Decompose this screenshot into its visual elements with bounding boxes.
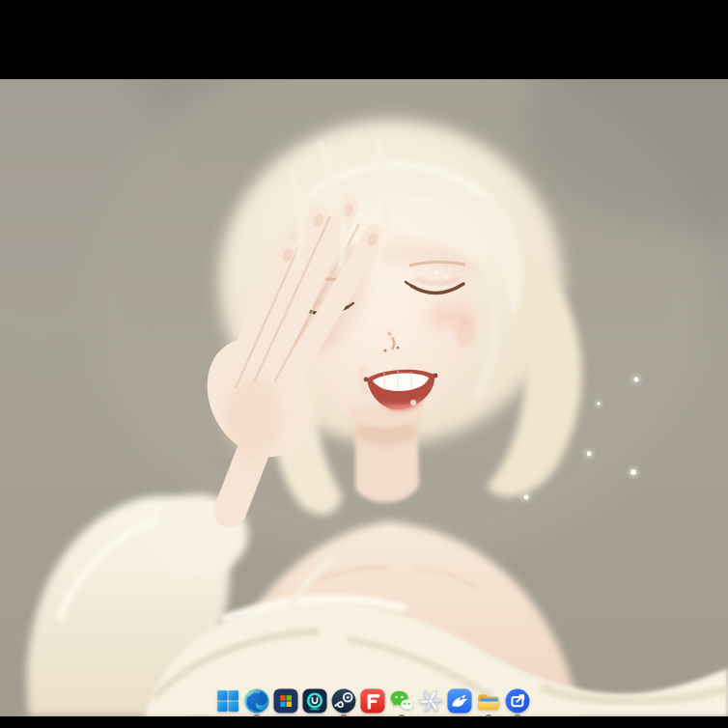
taskbar-button-explorer[interactable] xyxy=(475,686,502,718)
taskbar xyxy=(9,686,728,718)
windows-start-icon xyxy=(214,687,241,714)
taskbar-button-pixpin[interactable] xyxy=(504,686,531,718)
taskbar-button-wechat[interactable] xyxy=(388,686,415,718)
taskbar-button-start[interactable] xyxy=(214,686,241,718)
taskbar-button-edge[interactable] xyxy=(243,686,270,718)
desktop-screen xyxy=(0,0,728,728)
running-indicator xyxy=(486,714,491,717)
microsoft-store-icon xyxy=(272,687,299,714)
taskbar-button-utools[interactable] xyxy=(301,686,328,718)
edge-browser-icon xyxy=(243,687,270,714)
steam-icon xyxy=(330,687,357,714)
wallpaper-illustration xyxy=(0,79,728,716)
file-explorer-icon xyxy=(475,687,502,714)
taskbar-button-steam[interactable] xyxy=(330,686,357,718)
taskbar-button-bird-app[interactable] xyxy=(446,686,473,718)
taskbar-button-store[interactable] xyxy=(272,686,299,718)
running-indicator xyxy=(515,714,520,717)
running-indicator xyxy=(399,714,405,717)
pinwheel-icon xyxy=(417,687,444,714)
follow-reader-icon xyxy=(359,687,386,714)
letterbox-top xyxy=(0,0,728,79)
taskbar-button-mihomo[interactable] xyxy=(417,686,444,718)
running-indicator xyxy=(341,714,347,717)
desktop-wallpaper[interactable] xyxy=(0,79,728,716)
taskbar-button-follow[interactable] xyxy=(359,686,386,718)
utools-icon xyxy=(301,687,328,714)
wechat-icon xyxy=(388,687,415,714)
blue-bird-icon xyxy=(446,687,473,714)
running-indicator xyxy=(254,714,260,717)
pixpin-icon xyxy=(504,687,531,714)
